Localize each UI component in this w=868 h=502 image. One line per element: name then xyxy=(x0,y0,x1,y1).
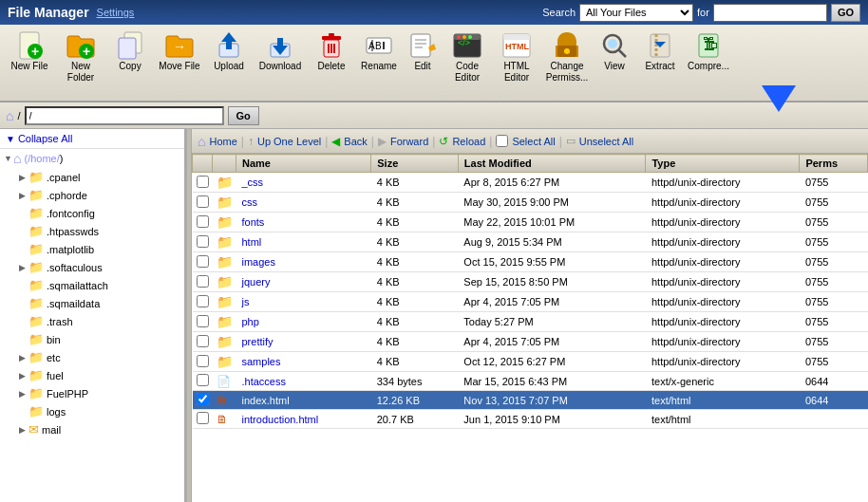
file-name[interactable]: samples xyxy=(236,352,371,372)
row-checkbox[interactable] xyxy=(197,275,209,288)
tree-item-softaculous[interactable]: ▶ 📁 .softaculous xyxy=(0,258,184,276)
forward-button[interactable]: Forward xyxy=(390,136,428,147)
file-name[interactable]: css xyxy=(236,193,371,213)
settings-link[interactable]: Settings xyxy=(97,7,135,18)
tree-item-logs[interactable]: 📁 logs xyxy=(0,402,184,420)
extract-button[interactable]: Extract xyxy=(636,28,684,75)
file-type-icon: 📄 xyxy=(213,372,236,391)
file-name[interactable]: images xyxy=(236,252,371,272)
tree-item-cphorde[interactable]: ▶ 📁 .cphorde xyxy=(0,186,184,204)
tree-item-fuel[interactable]: ▶ 📁 fuel xyxy=(0,366,184,384)
new-file-button[interactable]: + New File xyxy=(4,28,55,75)
collapse-all-button[interactable]: ▼ Collapse All xyxy=(0,129,184,149)
tree-item-fontconfig[interactable]: 📁 .fontconfig xyxy=(0,204,184,222)
col-name[interactable]: Name xyxy=(236,155,371,173)
col-modified[interactable]: Last Modified xyxy=(458,155,646,173)
tree-item-sqmailattach[interactable]: 📁 .sqmailattach xyxy=(0,276,184,294)
row-checkbox[interactable] xyxy=(197,335,209,347)
tree-item-cpanel[interactable]: ▶ 📁 .cpanel xyxy=(0,168,184,186)
tree-item-matplotlib[interactable]: 📁 .matplotlib xyxy=(0,240,184,258)
back-button[interactable]: Back xyxy=(344,136,367,147)
file-name[interactable]: introduction.html xyxy=(236,410,371,429)
table-row[interactable]: 📁jquery4 KBSep 15, 2015 8:50 PMhttpd/uni… xyxy=(193,272,868,292)
file-name[interactable]: index.html xyxy=(236,391,371,410)
search-go-button[interactable]: GO xyxy=(831,4,860,22)
row-checkbox[interactable] xyxy=(197,315,209,327)
copy-button[interactable]: Copy xyxy=(106,28,154,75)
table-row[interactable]: 📁prettify4 KBApr 4, 2015 7:05 PMhttpd/un… xyxy=(193,332,868,352)
home-nav-button[interactable]: Home xyxy=(209,136,236,147)
upload-button[interactable]: Upload xyxy=(205,28,253,75)
label: .sqmailattach xyxy=(47,280,108,291)
table-row[interactable]: 🗎introduction.html20.7 KBJun 1, 2015 9:1… xyxy=(193,410,868,429)
row-checkbox[interactable] xyxy=(197,295,209,307)
tree-item-fuelphp[interactable]: ▶ 📁 FuelPHP xyxy=(0,384,184,402)
col-size[interactable]: Size xyxy=(371,155,459,173)
file-name[interactable]: .htaccess xyxy=(236,372,371,391)
table-row[interactable]: 🗎index.html12.26 KBNov 13, 2015 7:07 PMt… xyxy=(193,391,868,410)
row-checkbox[interactable] xyxy=(197,393,209,405)
rename-button[interactable]: A B Rename xyxy=(355,28,403,75)
tree-item-etc[interactable]: ▶ 📁 etc xyxy=(0,348,184,366)
file-name[interactable]: _css xyxy=(236,173,371,193)
reload-button[interactable]: Reload xyxy=(452,136,485,147)
row-checkbox[interactable] xyxy=(197,235,209,248)
delete-button[interactable]: Delete xyxy=(308,28,355,75)
file-perms: 0755 xyxy=(800,332,868,352)
table-row[interactable]: 📁fonts4 KBMay 22, 2015 10:01 PMhttpd/uni… xyxy=(193,213,868,232)
address-go-button[interactable]: Go xyxy=(228,106,259,125)
table-row[interactable]: 📁js4 KBApr 4, 2015 7:05 PMhttpd/unix-dir… xyxy=(193,292,868,312)
unselect-all-button[interactable]: Unselect All xyxy=(579,136,633,147)
view-button[interactable]: View xyxy=(593,28,636,75)
tree-item-htpasswds[interactable]: 📁 .htpasswds xyxy=(0,222,184,240)
file-name[interactable]: jquery xyxy=(236,272,371,292)
table-row[interactable]: 📁php4 KBToday 5:27 PMhttpd/unix-director… xyxy=(193,312,868,332)
nav-sep4: | xyxy=(432,135,435,148)
table-row[interactable]: 📁css4 KBMay 30, 2015 9:00 PMhttpd/unix-d… xyxy=(193,193,868,213)
new-folder-icon: + xyxy=(66,30,96,61)
select-all-button[interactable]: Select All xyxy=(512,136,555,147)
move-icon: → xyxy=(164,30,195,61)
table-row[interactable]: 📁images4 KBOct 15, 2015 9:55 PMhttpd/uni… xyxy=(193,252,868,272)
code-editor-button[interactable]: </> CodeEditor xyxy=(443,28,492,86)
tree-home-extra: ) xyxy=(60,153,64,164)
table-row[interactable]: 📁samples4 KBOct 12, 2015 6:27 PMhttpd/un… xyxy=(193,352,868,372)
download-button[interactable]: Download xyxy=(253,28,308,75)
row-checkbox[interactable] xyxy=(197,215,209,228)
tree-item-sqmaildata[interactable]: 📁 .sqmaildata xyxy=(0,294,184,312)
row-checkbox[interactable] xyxy=(197,195,209,208)
col-type[interactable]: Type xyxy=(646,155,800,173)
search-scope-select[interactable]: All Your Files Current Directory File Na… xyxy=(579,4,693,22)
row-checkbox[interactable] xyxy=(197,355,209,367)
up-level-button[interactable]: Up One Level xyxy=(257,136,321,147)
file-type: httpd/unix-directory xyxy=(646,332,800,352)
row-checkbox[interactable] xyxy=(197,255,209,268)
tree-item-home[interactable]: ▼ ⌂ (/home/ ) xyxy=(0,149,184,168)
row-checkbox[interactable] xyxy=(197,412,209,424)
file-name[interactable]: html xyxy=(236,232,371,252)
select-all-checkbox[interactable] xyxy=(496,135,508,147)
table-row[interactable]: 📁html4 KBAug 9, 2015 5:34 PMhttpd/unix-d… xyxy=(193,232,868,252)
col-perms[interactable]: Perms xyxy=(800,155,868,173)
search-input[interactable] xyxy=(713,4,827,22)
new-folder-button[interactable]: + NewFolder xyxy=(55,28,106,86)
file-perms: 0755 xyxy=(800,352,868,372)
edit-button[interactable]: Edit xyxy=(403,28,443,75)
compress-button[interactable]: 🗜 Compre... xyxy=(684,28,733,75)
change-perms-button[interactable]: ChangePermiss... xyxy=(541,28,593,86)
file-name[interactable]: php xyxy=(236,312,371,332)
svg-rect-23 xyxy=(411,34,430,57)
file-name[interactable]: fonts xyxy=(236,213,371,232)
table-row[interactable]: 📄.htaccess334 bytesMar 15, 2015 6:43 PMt… xyxy=(193,372,868,391)
html-editor-button[interactable]: HTML HTMLEditor xyxy=(492,28,541,86)
address-input[interactable]: / xyxy=(25,106,224,125)
tree-item-bin[interactable]: 📁 bin xyxy=(0,330,184,348)
tree-item-mail[interactable]: ▶ ✉ mail xyxy=(0,420,184,438)
move-file-button[interactable]: → Move File xyxy=(154,28,205,75)
file-name[interactable]: prettify xyxy=(236,332,371,352)
file-name[interactable]: js xyxy=(236,292,371,312)
tree-item-trash[interactable]: 📁 .trash xyxy=(0,312,184,330)
row-checkbox[interactable] xyxy=(197,374,209,386)
table-row[interactable]: 📁_css4 KBApr 8, 2015 6:27 PMhttpd/unix-d… xyxy=(193,173,868,193)
row-checkbox[interactable] xyxy=(197,176,209,188)
